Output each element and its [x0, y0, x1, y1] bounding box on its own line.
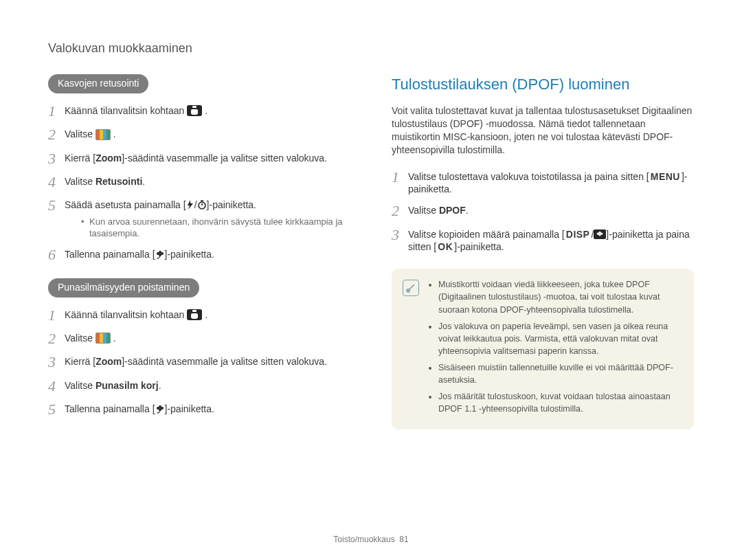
step-text: Valitse — [65, 333, 95, 344]
flower-icon — [155, 249, 165, 259]
step-subnote: Kun arvoa suurennetaan, ihonvärin sävyst… — [81, 216, 350, 240]
step-4: 4 Valitse Retusointi. — [48, 174, 350, 190]
step-text: . — [205, 309, 207, 320]
step-text: Käännä tilanvalitsin kohtaan — [65, 105, 187, 116]
step-number: 5 — [48, 197, 65, 214]
flower-icon — [155, 404, 165, 414]
step-text: Valitse kopioiden määrä painamalla [ — [408, 229, 565, 240]
info-note-box: Muistikortti voidaan viedä liikkeeseen, … — [392, 269, 694, 429]
section-heading-dpof: Tulostustilauksen (DPOF) luominen — [392, 74, 694, 95]
step-body: Tallenna painamalla []-painiketta. — [65, 401, 350, 416]
redeye-label: Punasilm korj — [95, 380, 159, 391]
step-2: 2 Valitse . — [48, 126, 350, 143]
dpof-label: DPOF — [439, 205, 466, 216]
step-body: Valitse Punasilm korj. — [65, 378, 350, 392]
step-number: 5 — [48, 401, 65, 418]
step-text: . — [113, 128, 116, 139]
mode-dial-icon — [187, 309, 202, 320]
mode-dial-icon — [187, 105, 202, 116]
step-1: 1 Käännä tilanvalitsin kohtaan . — [48, 103, 350, 120]
step-number: 4 — [48, 378, 65, 394]
step-text: . — [142, 176, 145, 187]
step-number: 2 — [48, 331, 65, 347]
step-number: 2 — [48, 126, 65, 143]
page-number: 81 — [399, 535, 408, 544]
menu-button-label: MENU — [649, 170, 682, 183]
step-number: 3 — [48, 150, 65, 167]
step-6: 6 Tallenna painamalla []-painiketta. — [48, 247, 350, 263]
zoom-label: Zoom — [95, 356, 122, 367]
step-body: Kierrä [Zoom]-säädintä vasemmalle ja val… — [65, 150, 350, 165]
step-number: 1 — [48, 103, 65, 120]
intro-paragraph: Voit valita tulostettavat kuvat ja talle… — [392, 104, 694, 157]
step-text: Valitse — [65, 380, 95, 391]
step-text: ]-säädintä vasemmalle ja valitse sitten … — [122, 153, 327, 164]
steps-face-retouch: 1 Käännä tilanvalitsin kohtaan . 2 Valit… — [48, 103, 350, 263]
right-column: Tulostustilauksen (DPOF) luominen Voit v… — [392, 74, 694, 433]
disp-button-label: DISP — [565, 228, 592, 241]
page-title: Valokuvan muokkaaminen — [48, 40, 694, 56]
svg-marker-0 — [188, 200, 193, 210]
step-3: 3 Kierrä [Zoom]-säädintä vasemmalle ja v… — [48, 354, 350, 370]
step-5: 5 Säädä asetusta painamalla [/]-painiket… — [48, 197, 350, 240]
note-item: Muistikortti voidaan viedä liikkeeseen, … — [438, 278, 682, 315]
step-text: Valitse — [65, 176, 95, 187]
step-3: 3 Kierrä [Zoom]-säädintä vasemmalle ja v… — [48, 150, 350, 167]
steps-dpof: 1 Valitse tulostettava valokuva toistoti… — [392, 169, 694, 254]
footer-section-label: Toisto/muokkaus — [333, 535, 394, 544]
step-2: 2 Valitse . — [48, 331, 350, 347]
step-text: Valitse — [408, 205, 439, 216]
step-body: Valitse DPOF. — [408, 203, 694, 217]
step-number: 4 — [48, 174, 65, 190]
step-4: 4 Valitse Punasilm korj. — [48, 378, 350, 394]
step-number: 6 — [48, 247, 65, 263]
zoom-label: Zoom — [95, 153, 122, 164]
palette-icon — [95, 333, 111, 344]
step-body: Valitse kopioiden määrä painamalla [DISP… — [408, 227, 694, 254]
step-text: ]-painiketta. — [165, 249, 214, 260]
retouch-label: Retusointi — [95, 176, 142, 187]
step-body: Säädä asetusta painamalla [/]-painiketta… — [65, 197, 350, 240]
step-body: Kierrä [Zoom]-säädintä vasemmalle ja val… — [65, 354, 350, 368]
step-5: 5 Tallenna painamalla []-painiketta. — [48, 401, 350, 418]
section-pill-redeye: Punasilmäisyyden poistaminen — [48, 278, 199, 298]
step-text: Säädä asetusta painamalla [ — [65, 199, 186, 210]
step-body: Valitse . — [65, 126, 350, 141]
step-text: Valitse — [65, 128, 95, 139]
svg-point-15 — [599, 234, 601, 236]
note-list: Muistikortti voidaan viedä liikkeeseen, … — [429, 278, 682, 419]
palette-icon — [95, 129, 111, 140]
step-text: ]-painiketta. — [207, 199, 256, 210]
step-number: 2 — [392, 203, 408, 219]
step-text: . — [159, 380, 161, 391]
step-3: 3 Valitse kopioiden määrä painamalla [DI… — [392, 227, 694, 254]
step-2: 2 Valitse DPOF. — [392, 203, 694, 219]
step-number: 1 — [392, 169, 408, 186]
two-column-layout: Kasvojen retusointi 1 Käännä tilanvalits… — [48, 74, 694, 433]
left-column: Kasvojen retusointi 1 Käännä tilanvalits… — [48, 74, 350, 433]
step-1: 1 Valitse tulostettava valokuva toistoti… — [392, 169, 694, 197]
step-text: Kierrä [ — [65, 356, 95, 367]
step-text: . — [113, 333, 116, 344]
step-number: 3 — [392, 227, 408, 243]
step-number: 3 — [48, 354, 65, 370]
step-text: Kierrä [ — [65, 153, 95, 164]
flash-icon — [186, 200, 194, 210]
ok-button-label: OK — [436, 240, 454, 254]
manual-page: Valokuvan muokkaaminen Kasvojen retusoin… — [0, 0, 742, 560]
step-1: 1 Käännä tilanvalitsin kohtaan . — [48, 307, 350, 324]
step-text: ]-painiketta. — [165, 403, 214, 414]
step-text: ]-painiketta. — [454, 241, 504, 252]
svg-rect-3 — [201, 201, 203, 202]
note-item: Sisäiseen muistiin tallennetuille kuvill… — [438, 361, 682, 386]
step-text: . — [205, 105, 207, 116]
note-item: Jos määrität tulostuskoon, kuvat voidaan… — [438, 390, 682, 415]
section-pill-face-retouch: Kasvojen retusointi — [48, 74, 148, 93]
step-body: Tallenna painamalla []-painiketta. — [65, 247, 350, 261]
timer-icon — [197, 200, 207, 210]
step-body: Valitse tulostettava valokuva toistotila… — [408, 169, 694, 197]
flower-icon-inverted — [594, 229, 606, 239]
step-body: Valitse . — [65, 331, 350, 345]
info-icon — [403, 280, 419, 296]
step-text: ]-säädintä vasemmalle ja valitse sitten … — [122, 356, 327, 367]
